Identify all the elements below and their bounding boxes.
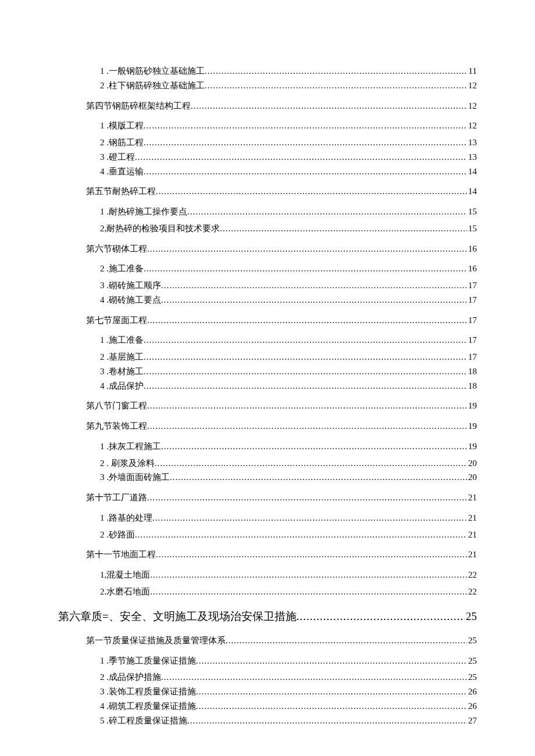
toc-entry-page: 18 bbox=[467, 379, 477, 393]
toc-entry-label: 1 .一般钢筋砂独立基础施工 bbox=[100, 64, 205, 78]
toc-entry-label: 2.水磨石地面 bbox=[100, 585, 150, 599]
toc-leader-dots bbox=[297, 607, 465, 625]
toc-leader-dots bbox=[196, 654, 467, 668]
toc-entry: 第四节钢筋碎框架结构工程 12 bbox=[58, 99, 477, 113]
toc-entry-label: 第九节装饰工程 bbox=[86, 419, 147, 433]
toc-leader-dots bbox=[205, 78, 467, 93]
toc-leader-dots bbox=[196, 699, 467, 714]
toc-entry-page: 27 bbox=[467, 714, 477, 728]
toc-entry-page: 17 bbox=[467, 293, 477, 307]
toc-leader-dots bbox=[152, 511, 467, 525]
toc-leader-dots bbox=[150, 568, 467, 582]
toc-leader-dots bbox=[144, 379, 467, 393]
toc-leader-dots bbox=[155, 456, 467, 471]
toc-entry-label: 2 . 刷浆及涂料 bbox=[100, 456, 155, 471]
toc-entry-label: 5 .碎工程质量保证措施 bbox=[100, 714, 187, 728]
toc-entry-label: 第十一节地面工程 bbox=[86, 547, 156, 562]
toc-entry: 3 .卷材施工 18 bbox=[58, 364, 477, 379]
toc-entry-label: 第五节耐热碎工程 bbox=[86, 184, 156, 199]
toc-entry: 3 .外墙面面砖施工 20 bbox=[58, 470, 477, 485]
toc-entry-page: 16 bbox=[467, 242, 477, 256]
toc-entry-page: 21 bbox=[467, 528, 477, 542]
toc-leader-dots bbox=[161, 278, 467, 293]
toc-entry-page: 17 bbox=[467, 313, 477, 328]
toc-entry-label: 3 .磴工程 bbox=[100, 150, 135, 164]
toc-entry-page: 17 bbox=[467, 350, 477, 364]
toc-entry-label: 1 .路基的处理 bbox=[100, 511, 152, 525]
toc-entry-page: 14 bbox=[467, 184, 477, 199]
toc-entry-label: 1 .模版工程 bbox=[100, 119, 144, 133]
toc-entry-label: 第四节钢筋碎框架结构工程 bbox=[86, 99, 191, 113]
toc-entry: 2 .钢筋工程 13 bbox=[58, 135, 477, 150]
toc-entry-page: 21 bbox=[467, 547, 477, 562]
toc-entry-label: 2 .成品保护措施 bbox=[100, 670, 161, 685]
toc-entry-label: 第十节工厂道路 bbox=[86, 490, 147, 505]
toc-entry: 第九节装饰工程 19 bbox=[58, 419, 477, 433]
toc-entry-label: 3 .外墙面面砖施工 bbox=[100, 470, 170, 485]
toc-entry-label: 2 .砂路面 bbox=[100, 528, 135, 542]
toc-leader-dots bbox=[191, 99, 467, 113]
toc-entry: 第八节门窗工程 19 bbox=[58, 399, 477, 413]
toc-leader-dots bbox=[205, 64, 468, 78]
toc-entry-page: 22 bbox=[467, 568, 477, 582]
toc-entry: 2.水磨石地面22 bbox=[58, 585, 477, 599]
toc-entry-page: 15 bbox=[467, 221, 477, 236]
toc-entry-page: 19 bbox=[467, 419, 477, 433]
toc-entry-label: 第六节砌体工程 bbox=[86, 242, 147, 256]
toc-entry-page: 20 bbox=[467, 470, 477, 485]
toc-leader-dots bbox=[144, 119, 467, 133]
toc-leader-dots bbox=[147, 490, 467, 505]
toc-entry-page: 17 bbox=[467, 278, 477, 293]
toc-entry-label: 2 .钢筋工程 bbox=[100, 135, 144, 150]
toc-entry: 1 .抹灰工程施工19 bbox=[58, 439, 477, 454]
toc-entry: 3 .装饰工程质量保证措施 26 bbox=[58, 685, 477, 699]
toc-entry-label: 1 .抹灰工程施工 bbox=[100, 439, 161, 454]
toc-entry-page: 12 bbox=[467, 99, 477, 113]
toc-entry: 1 .一般钢筋砂独立基础施工11 bbox=[58, 64, 477, 78]
toc-entry-label: 3 .卷材施工 bbox=[100, 364, 144, 379]
toc-entry-label: 2,耐热碎的检验项目和技术要求 bbox=[100, 221, 220, 236]
toc-entry: 4 .砌筑工程质量保证措施 26 bbox=[58, 699, 477, 714]
toc-leader-dots bbox=[144, 164, 467, 179]
toc-entry: 4 .砌砖施工要点 17 bbox=[58, 293, 477, 307]
toc-entry: 3 .砌砖施工顺序 17 bbox=[58, 278, 477, 293]
toc-entry-label: 第七节屋面工程 bbox=[86, 313, 147, 328]
toc-entry-label: 第六章质=、安全、文明施工及现场治安保卫措施 bbox=[58, 607, 297, 625]
toc-leader-dots bbox=[220, 221, 467, 236]
toc-entry-page: 19 bbox=[467, 439, 477, 454]
toc-entry-label: 2 .基层施工 bbox=[100, 350, 144, 364]
toc-entry: 4 .成品保护 18 bbox=[58, 379, 477, 393]
toc-entry-label: 1 .施工准备 bbox=[100, 333, 144, 347]
toc-entry: 1 .季节施工质量保证措施25 bbox=[58, 654, 477, 668]
toc-entry: 2 .基层施工17 bbox=[58, 350, 477, 364]
toc-entry: 第十一节地面工程 21 bbox=[58, 547, 477, 562]
toc-entry: 1 .模版工程 12 bbox=[58, 119, 477, 133]
toc-entry-page: 25 bbox=[467, 670, 477, 685]
toc-entry: 2,耐热碎的检验项目和技术要求 15 bbox=[58, 221, 477, 236]
toc-leader-dots bbox=[144, 364, 467, 379]
toc-leader-dots bbox=[135, 528, 467, 542]
toc-entry: 2 .施工准备16 bbox=[58, 261, 477, 276]
toc-entry: 3 .磴工程 13 bbox=[58, 150, 477, 164]
toc-entry-page: 14 bbox=[467, 164, 477, 179]
toc-entry: 2 .成品保护措施 25 bbox=[58, 670, 477, 685]
toc-entry-page: 13 bbox=[467, 135, 477, 150]
toc-entry-page: 25 bbox=[465, 607, 477, 625]
toc-entry-page: 21 bbox=[467, 511, 477, 525]
toc-entry-page: 25 bbox=[467, 654, 477, 668]
toc-entry-page: 26 bbox=[467, 685, 477, 699]
toc-leader-dots bbox=[147, 399, 467, 413]
toc-leader-dots bbox=[147, 242, 467, 256]
toc-entry: 1 .施工准备17 bbox=[58, 333, 477, 347]
toc-entry: 4 .垂直运输 14 bbox=[58, 164, 477, 179]
toc-leader-dots bbox=[144, 261, 467, 276]
toc-entry-label: 4 .砌砖施工要点 bbox=[100, 293, 161, 307]
toc-entry-page: 20 bbox=[467, 456, 477, 471]
toc-leader-dots bbox=[144, 333, 467, 347]
toc-entry-label: 1 .季节施工质量保证措施 bbox=[100, 654, 196, 668]
toc-entry-page: 16 bbox=[467, 261, 477, 276]
toc-entry-label: 1 .耐热碎施工操作要点 bbox=[100, 205, 187, 219]
toc-leader-dots bbox=[144, 135, 467, 150]
toc-entry-page: 13 bbox=[467, 150, 477, 164]
toc-entry: 1,混凝土地面 22 bbox=[58, 568, 477, 582]
